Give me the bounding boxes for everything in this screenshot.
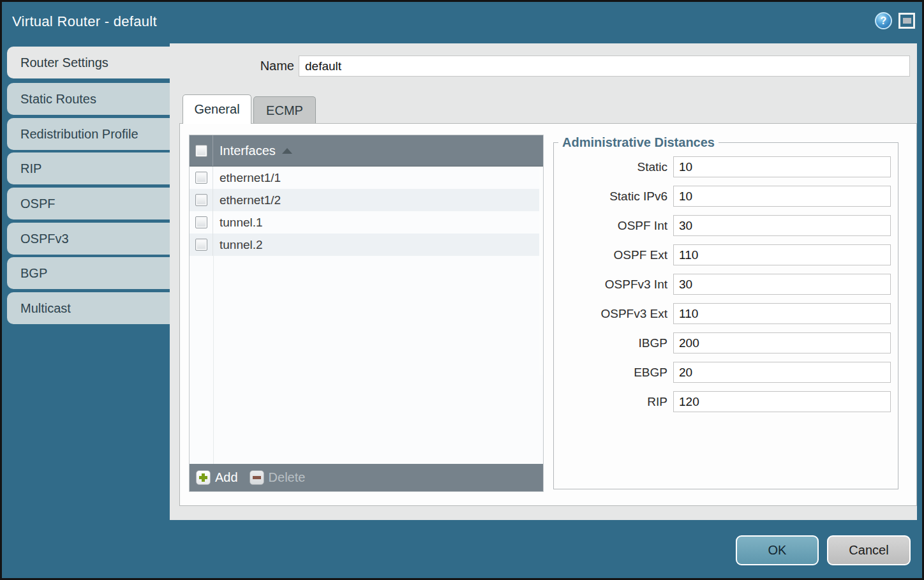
ospfv3-ext-label: OSPFv3 Ext [554, 307, 667, 321]
minus-icon [250, 470, 264, 485]
name-label: Name [225, 59, 294, 73]
sidebar-item-label: OSPFv3 [20, 232, 69, 246]
static-input[interactable] [673, 156, 891, 177]
sidebar-item-static-routes[interactable]: Static Routes [7, 83, 170, 115]
row-checkbox-cell [190, 234, 213, 256]
admin-field-static: Static [554, 156, 898, 177]
admin-field-ibgp: IBGP [554, 332, 898, 353]
interface-row[interactable]: tunnel.1 [190, 211, 543, 234]
tab-ecmp[interactable]: ECMP [253, 96, 316, 124]
general-tab-panel: Interfaces ethernet1/1 ethernet1/2 tunne… [179, 123, 917, 506]
header-checkbox-cell [190, 135, 213, 166]
tab-general[interactable]: General [183, 94, 251, 124]
interface-row[interactable]: ethernet1/2 [190, 189, 543, 211]
delete-button[interactable]: Delete [250, 470, 306, 485]
admin-distances-fieldset: Administrative Distances Static Static I… [553, 135, 898, 489]
add-button[interactable]: Add [196, 470, 238, 485]
sidebar-item-label: OSPF [20, 197, 55, 211]
row-checkbox[interactable] [195, 194, 207, 206]
admin-field-rip: RIP [554, 391, 898, 412]
interface-name: tunnel.1 [220, 216, 263, 230]
sidebar-item-router-settings[interactable]: Router Settings [7, 47, 172, 78]
sidebar-item-ospf[interactable]: OSPF [7, 188, 170, 219]
sidebar-item-label: Router Settings [20, 56, 108, 70]
sidebar-item-label: Static Routes [20, 92, 96, 107]
row-checkbox[interactable] [195, 239, 207, 251]
ospf-int-input[interactable] [673, 215, 891, 236]
rip-label: RIP [554, 395, 667, 409]
row-checkbox-cell [190, 167, 213, 189]
sidebar-item-ospfv3[interactable]: OSPFv3 [7, 223, 170, 255]
admin-field-ospf-int: OSPF Int [554, 215, 898, 236]
row-checkbox[interactable] [195, 216, 207, 228]
ospf-ext-input[interactable] [673, 244, 891, 265]
admin-field-static-ipv6: Static IPv6 [554, 186, 898, 207]
ospfv3-int-input[interactable] [673, 274, 891, 295]
interfaces-column-header[interactable]: Interfaces [220, 144, 276, 158]
delete-button-label: Delete [269, 470, 306, 485]
admin-field-ospfv3-int: OSPFv3 Int [554, 274, 898, 295]
virtual-router-dialog: Virtual Router - default ? Router Settin… [0, 0, 924, 580]
static-ipv6-input[interactable] [673, 186, 891, 207]
ospf-int-label: OSPF Int [554, 219, 667, 233]
ospfv3-int-label: OSPFv3 Int [554, 278, 667, 292]
static-label: Static [554, 160, 667, 174]
select-all-checkbox[interactable] [195, 145, 207, 157]
sidebar-item-bgp[interactable]: BGP [7, 257, 170, 289]
name-field[interactable] [299, 56, 910, 77]
static-ipv6-label: Static IPv6 [554, 190, 667, 204]
ebgp-label: EBGP [554, 366, 667, 380]
ebgp-input[interactable] [673, 362, 891, 383]
ospf-ext-label: OSPF Ext [554, 248, 667, 262]
plus-icon [196, 470, 211, 485]
interface-name: ethernet1/1 [220, 171, 281, 185]
interface-row[interactable]: ethernet1/1 [190, 167, 543, 189]
window-restore-icon[interactable] [898, 13, 915, 29]
row-checkbox-cell [190, 211, 213, 234]
sidebar-item-label: Multicast [20, 301, 71, 316]
sort-ascending-icon[interactable] [282, 148, 292, 154]
tab-label: ECMP [266, 103, 303, 118]
admin-distances-legend: Administrative Distances [558, 135, 719, 150]
table-empty-area [190, 256, 543, 464]
interface-name: tunnel.2 [220, 238, 263, 252]
interface-name: ethernet1/2 [220, 193, 281, 207]
row-checkbox-cell [190, 189, 213, 211]
ok-button[interactable]: OK [736, 535, 819, 565]
add-button-label: Add [215, 470, 238, 485]
table-scrollbar-track[interactable] [539, 167, 543, 375]
interfaces-table-header: Interfaces [190, 135, 543, 167]
sidebar-item-label: RIP [20, 161, 41, 176]
interface-row[interactable]: tunnel.2 [190, 234, 543, 256]
sidebar-item-rip[interactable]: RIP [7, 152, 170, 184]
ospfv3-ext-input[interactable] [673, 303, 891, 324]
titlebar: Virtual Router - default ? [2, 2, 922, 43]
window-restore-icon-bar [903, 18, 911, 24]
cancel-button-label: Cancel [849, 543, 888, 558]
sidebar-item-label: BGP [20, 266, 47, 281]
sidebar-item-redistribution-profile[interactable]: Redistribution Profile [7, 118, 170, 150]
admin-field-ospf-ext: OSPF Ext [554, 244, 898, 265]
tab-label: General [194, 102, 239, 117]
rip-input[interactable] [673, 391, 891, 412]
admin-field-ebgp: EBGP [554, 362, 898, 383]
dialog-title: Virtual Router - default [12, 13, 157, 30]
sidebar-item-multicast[interactable]: Multicast [7, 292, 170, 324]
interfaces-table: Interfaces ethernet1/1 ethernet1/2 tunne… [189, 135, 544, 492]
cancel-button[interactable]: Cancel [827, 535, 911, 565]
ok-button-label: OK [768, 543, 787, 558]
row-checkbox[interactable] [195, 172, 207, 184]
admin-field-ospfv3-ext: OSPFv3 Ext [554, 303, 898, 324]
help-icon[interactable]: ? [875, 12, 892, 29]
sidebar-item-label: Redistribution Profile [20, 127, 138, 142]
ibgp-label: IBGP [554, 336, 667, 350]
interfaces-toolbar: Add Delete [190, 464, 543, 491]
ibgp-input[interactable] [673, 332, 891, 353]
